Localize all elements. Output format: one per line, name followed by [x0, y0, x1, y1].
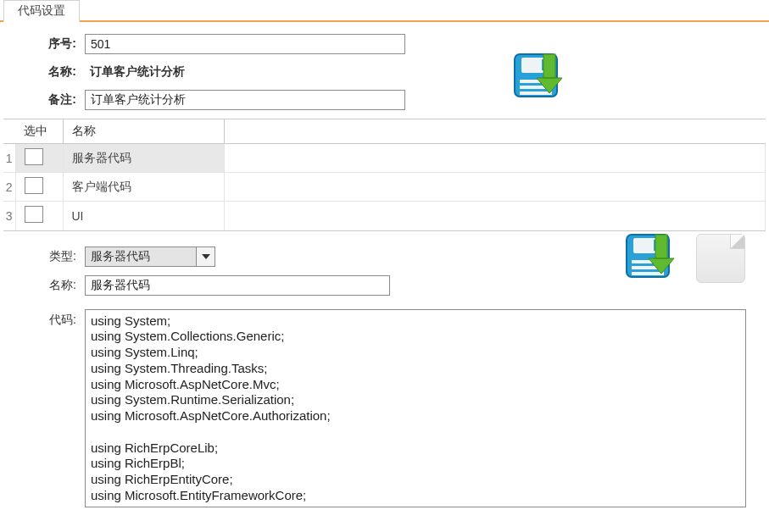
remark-input[interactable] [85, 90, 405, 110]
detail-name-label: 名称: [8, 278, 85, 293]
save-button-bottom[interactable] [623, 231, 677, 286]
type-label: 类型: [8, 249, 85, 264]
table-row[interactable]: 2 客户端代码 [3, 173, 766, 202]
row-name: 服务器代码 [63, 144, 224, 173]
tab-label: 代码设置 [18, 3, 65, 17]
col-selected[interactable]: 选中 [15, 119, 63, 144]
svg-rect-7 [543, 54, 555, 78]
row-select-checkbox[interactable] [25, 148, 43, 165]
table-row[interactable]: 1 服务器代码 [3, 144, 766, 173]
code-textarea[interactable] [85, 309, 746, 507]
name-label: 名称: [8, 64, 85, 80]
svg-rect-18 [655, 235, 667, 258]
svg-rect-6 [520, 91, 552, 95]
type-combobox[interactable]: 服务器代码 [85, 247, 215, 267]
detail-form: 类型: 服务器代码 名称: 代码: [0, 231, 769, 507]
new-blank-button[interactable] [696, 234, 745, 283]
row-index: 1 [3, 144, 15, 173]
combo-dropdown-button[interactable] [196, 247, 215, 266]
svg-rect-17 [632, 272, 664, 275]
save-button-top[interactable] [511, 51, 566, 106]
save-download-icon [511, 51, 566, 103]
code-label: 代码: [8, 309, 85, 328]
chevron-down-icon [202, 254, 210, 259]
tab-bar: 代码设置 [0, 0, 769, 22]
col-name[interactable]: 名称 [63, 119, 224, 144]
tab-code-settings[interactable]: 代码设置 [3, 0, 80, 22]
save-download-icon [623, 231, 677, 284]
grid-header-row: 选中 名称 [3, 119, 766, 144]
row-select-checkbox[interactable] [25, 206, 43, 223]
remark-label: 备注: [8, 92, 85, 108]
row-name: 客户端代码 [63, 173, 224, 202]
table-row[interactable]: 3 UI [3, 202, 766, 230]
type-value: 服务器代码 [86, 247, 196, 266]
seq-label: 序号: [8, 36, 85, 52]
row-index: 2 [3, 173, 15, 202]
header-form: 序号: 名称: 订单客户统计分析 备注: [0, 22, 769, 119]
row-index: 3 [3, 202, 15, 230]
svg-marker-22 [202, 254, 210, 259]
row-name: UI [63, 202, 224, 230]
detail-name-input[interactable] [85, 275, 390, 296]
name-value: 订单客户统计分析 [85, 63, 190, 81]
seq-input[interactable] [85, 34, 405, 54]
code-type-grid: 选中 名称 1 服务器代码 2 客户端代码 3 UI [3, 119, 766, 231]
row-select-checkbox[interactable] [25, 177, 43, 194]
